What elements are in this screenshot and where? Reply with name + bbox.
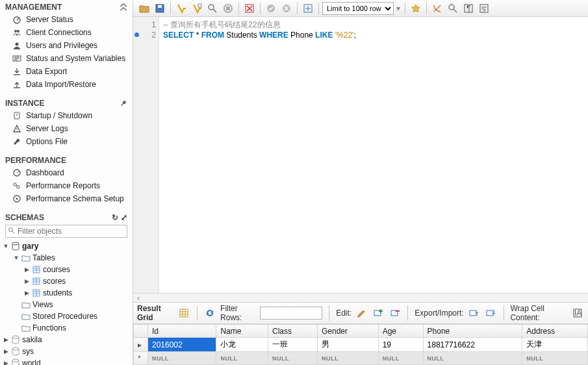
refresh-result-button[interactable] bbox=[204, 306, 216, 320]
svg-point-18 bbox=[12, 359, 19, 362]
table-courses[interactable]: ▶ courses bbox=[0, 264, 133, 275]
import-result-button[interactable] bbox=[484, 306, 496, 320]
row-selector-icon[interactable]: ▸ bbox=[134, 338, 148, 352]
folder-icon bbox=[21, 323, 31, 333]
wrap-cell-button[interactable]: IA bbox=[572, 306, 584, 320]
cell-gender[interactable]: 男 bbox=[317, 338, 378, 352]
nav-server-logs[interactable]: Server Logs bbox=[0, 122, 133, 135]
filter-rows-input[interactable] bbox=[260, 307, 322, 320]
add-row-button[interactable] bbox=[372, 306, 385, 320]
commit-button[interactable] bbox=[264, 1, 278, 16]
col-age[interactable]: Age bbox=[378, 325, 423, 338]
nav-data-export[interactable]: Data Export bbox=[0, 65, 133, 78]
cell-null[interactable]: NULL bbox=[423, 352, 522, 365]
expand-toggle-icon[interactable]: ▼ bbox=[13, 255, 19, 261]
cell-class[interactable]: 一班 bbox=[268, 338, 318, 352]
find-button[interactable] bbox=[446, 1, 460, 16]
execute-current-button[interactable] bbox=[190, 1, 204, 16]
cell-null[interactable]: NULL bbox=[148, 352, 216, 365]
beautify-button[interactable] bbox=[430, 1, 444, 16]
db-sys[interactable]: ▶ sys bbox=[0, 346, 133, 357]
table-row-insert[interactable]: * NULL NULL NULL NULL NULL NULL NULL bbox=[134, 352, 588, 365]
col-address[interactable]: Address bbox=[522, 325, 588, 338]
cell-phone[interactable]: 18817716622 bbox=[423, 338, 522, 352]
expand-toggle-icon[interactable]: ▶ bbox=[23, 278, 30, 284]
storedprocs-node[interactable]: ▶ Stored Procedures bbox=[0, 310, 133, 322]
cell-null[interactable]: NULL bbox=[216, 352, 268, 365]
save-button[interactable] bbox=[153, 1, 167, 16]
expand-toggle-icon[interactable]: ▼ bbox=[3, 243, 9, 249]
col-id[interactable]: Id bbox=[148, 325, 216, 338]
table-students[interactable]: ▶ students bbox=[0, 287, 133, 299]
table-scores[interactable]: ▶ scores bbox=[0, 275, 133, 287]
nav-performance-reports[interactable]: Performance Reports bbox=[0, 179, 133, 192]
col-gender[interactable]: Gender bbox=[317, 325, 378, 338]
edit-row-button[interactable] bbox=[355, 306, 368, 320]
nav-status-variables[interactable]: Status and System Variables bbox=[0, 52, 133, 65]
nav-dashboard[interactable]: Dashboard bbox=[0, 166, 133, 179]
nav-server-status[interactable]: Server Status bbox=[0, 13, 133, 26]
wrench-icon bbox=[12, 136, 22, 147]
explain-button[interactable] bbox=[205, 1, 220, 16]
open-file-button[interactable] bbox=[137, 1, 151, 16]
toggle-wrap-button[interactable] bbox=[477, 1, 491, 16]
stop-button[interactable] bbox=[221, 1, 235, 16]
db-sakila[interactable]: ▶ sakila bbox=[0, 334, 133, 346]
schema-filter-input[interactable] bbox=[5, 225, 127, 238]
result-grid-icon[interactable] bbox=[177, 306, 190, 320]
refresh-icon[interactable]: ↻ bbox=[112, 213, 118, 222]
expand-toggle-icon[interactable]: ▶ bbox=[23, 290, 30, 296]
database-icon bbox=[10, 358, 21, 365]
cell-null[interactable]: NULL bbox=[378, 352, 423, 365]
no-limit-button[interactable] bbox=[242, 1, 257, 16]
nav-data-import[interactable]: Data Import/Restore bbox=[0, 78, 133, 91]
chevron-collapse-icon[interactable] bbox=[120, 3, 127, 11]
nav-client-connections[interactable]: Client Connections bbox=[0, 26, 133, 39]
svg-point-17 bbox=[12, 347, 19, 350]
export-result-button[interactable] bbox=[468, 306, 480, 320]
kw-where: WHERE bbox=[259, 31, 288, 40]
col-name[interactable]: Name bbox=[216, 325, 268, 338]
favorite-button[interactable] bbox=[409, 1, 423, 16]
splitter-handle[interactable]: ‹ bbox=[133, 293, 588, 302]
col-class[interactable]: Class bbox=[268, 325, 318, 338]
result-grid: Id Name Class Gender Age Phone Address ▸… bbox=[133, 324, 588, 365]
nav-users-privileges[interactable]: Users and Privileges bbox=[0, 39, 133, 52]
svg-point-12 bbox=[12, 242, 19, 245]
result-table[interactable]: Id Name Class Gender Age Phone Address ▸… bbox=[133, 324, 588, 365]
views-node[interactable]: ▶ Views bbox=[0, 299, 133, 310]
functions-node[interactable]: ▶ Functions bbox=[0, 322, 133, 334]
rollback-button[interactable] bbox=[279, 1, 294, 16]
cell-null[interactable]: NULL bbox=[522, 352, 588, 365]
autocommit-button[interactable] bbox=[301, 1, 315, 16]
editor-code[interactable]: -- 查询所有手机号码结尾22的信息 SELECT * FROM Student… bbox=[159, 17, 588, 293]
expand-toggle-icon[interactable]: ▶ bbox=[23, 266, 30, 273]
row-insert-icon[interactable]: * bbox=[134, 352, 148, 365]
cell-name[interactable]: 小龙 bbox=[216, 338, 268, 352]
expand-toggle-icon[interactable]: ▶ bbox=[3, 360, 9, 365]
cell-address[interactable]: 天津 bbox=[522, 338, 588, 352]
cell-id[interactable]: 2016002 bbox=[148, 338, 216, 352]
cell-age[interactable]: 19 bbox=[378, 338, 423, 352]
col-phone[interactable]: Phone bbox=[423, 325, 522, 338]
nav-performance-schema-setup[interactable]: Performance Schema Setup bbox=[0, 192, 133, 205]
tables-node[interactable]: ▼ Tables bbox=[0, 252, 133, 264]
execute-button[interactable] bbox=[174, 1, 188, 16]
sql-editor[interactable]: 1 2 -- 查询所有手机号码结尾22的信息 SELECT * FROM Stu… bbox=[133, 17, 588, 293]
cell-null[interactable]: NULL bbox=[268, 352, 318, 365]
expand-toggle-icon[interactable]: ▶ bbox=[3, 348, 9, 355]
cell-null[interactable]: NULL bbox=[317, 352, 378, 365]
code-table: Students bbox=[224, 31, 259, 40]
table-label: courses bbox=[43, 265, 70, 274]
row-limit-select[interactable]: Limit to 1000 rows bbox=[322, 2, 394, 15]
main-panel: Limit to 1000 rows ▾ ¶ 1 2 -- 查询所有手机号码结尾… bbox=[133, 0, 588, 365]
db-gary[interactable]: ▼ gary bbox=[0, 240, 133, 252]
db-world[interactable]: ▶ world bbox=[0, 357, 133, 365]
table-row[interactable]: ▸ 2016002 小龙 一班 男 19 18817716622 天津 bbox=[134, 338, 588, 352]
nav-options-file[interactable]: Options File bbox=[0, 135, 133, 148]
toggle-invisible-button[interactable]: ¶ bbox=[461, 1, 476, 16]
delete-row-button[interactable] bbox=[389, 306, 401, 320]
popout-icon[interactable]: ⤢ bbox=[121, 213, 127, 222]
nav-startup-shutdown[interactable]: Startup / Shutdown bbox=[0, 109, 133, 122]
expand-toggle-icon[interactable]: ▶ bbox=[3, 336, 9, 343]
